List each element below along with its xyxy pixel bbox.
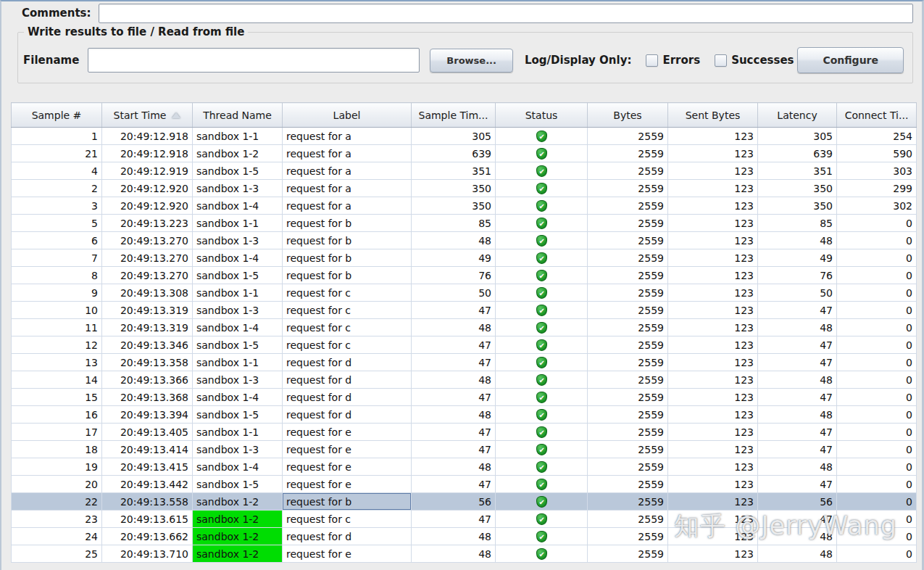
latency-cell: 48	[758, 319, 837, 336]
label-cell: request for b	[283, 493, 412, 511]
table-row[interactable]: 2020:49:13.442sandbox 1-5request for e47…	[12, 476, 917, 493]
status-cell	[496, 128, 588, 145]
browse-button[interactable]: Browse...	[430, 49, 513, 73]
table-row[interactable]: 2220:49:13.558sandbox 1-2request for b56…	[12, 493, 917, 511]
sample-time-cell: 305	[412, 128, 496, 145]
configure-button[interactable]: Configure	[797, 47, 904, 73]
table-row[interactable]: 2120:49:12.918sandbox 1-2request for a63…	[12, 145, 917, 162]
sample-number-cell: 14	[12, 371, 102, 389]
sample-time-cell: 76	[412, 267, 496, 284]
column-header-connect-time[interactable]: Connect Ti...	[837, 103, 917, 128]
status-cell	[496, 336, 588, 354]
table-row[interactable]: 1720:49:13.405sandbox 1-1request for e47…	[12, 424, 917, 441]
table-row[interactable]: 1320:49:13.358sandbox 1-1request for d47…	[12, 354, 917, 371]
table-row[interactable]: 1920:49:13.415sandbox 1-4request for e48…	[12, 458, 917, 476]
bytes-cell: 2559	[588, 319, 668, 336]
latency-cell: 48	[758, 545, 837, 563]
status-cell	[496, 511, 588, 528]
results-table-header: Sample # Start Time Thread Name Label Sa…	[12, 103, 917, 128]
sample-time-cell: 351	[412, 162, 496, 180]
bytes-cell: 2559	[588, 406, 668, 424]
start-time-cell: 20:49:12.919	[102, 162, 193, 180]
column-header-label[interactable]: Label	[283, 103, 412, 128]
table-row[interactable]: 1520:49:13.368sandbox 1-4request for d47…	[12, 389, 917, 406]
table-row[interactable]: 320:49:12.920sandbox 1-4request for a350…	[12, 197, 917, 215]
sample-time-cell: 48	[412, 319, 496, 336]
sent-bytes-cell: 123	[668, 493, 758, 511]
table-row[interactable]: 120:49:12.918sandbox 1-1request for a305…	[12, 128, 917, 145]
status-cell	[496, 389, 588, 406]
success-icon	[536, 513, 547, 525]
table-row[interactable]: 2320:49:13.615sandbox 1-2request for c47…	[12, 511, 917, 528]
sample-number-cell: 21	[12, 145, 102, 162]
errors-checkbox[interactable]	[646, 54, 658, 67]
filename-input[interactable]	[88, 48, 420, 73]
table-row[interactable]: 920:49:13.308sandbox 1-1request for c502…	[12, 284, 917, 302]
column-header-thread-name[interactable]: Thread Name	[193, 103, 283, 128]
label-cell: request for d	[283, 354, 412, 371]
bytes-cell: 2559	[588, 389, 668, 406]
table-row[interactable]: 2520:49:13.710sandbox 1-2request for e48…	[12, 545, 917, 563]
latency-cell: 47	[758, 424, 837, 441]
status-cell	[496, 528, 588, 545]
success-icon	[536, 131, 547, 142]
table-row[interactable]: 1120:49:13.319sandbox 1-4request for c48…	[12, 319, 917, 336]
table-row[interactable]: 220:49:12.920sandbox 1-3request for a350…	[12, 180, 917, 197]
sample-number-cell: 13	[12, 354, 102, 371]
group-title: Write results to file / Read from file	[24, 25, 248, 38]
column-header-latency[interactable]: Latency	[758, 103, 837, 128]
comments-input[interactable]	[99, 4, 913, 23]
table-row[interactable]: 1620:49:13.394sandbox 1-5request for d48…	[12, 406, 917, 424]
table-row[interactable]: 1420:49:13.366sandbox 1-3request for d48…	[12, 371, 917, 389]
table-row[interactable]: 1220:49:13.346sandbox 1-5request for c47…	[12, 336, 917, 354]
status-cell	[496, 302, 588, 319]
connect-time-cell: 0	[837, 528, 917, 545]
success-icon	[536, 374, 547, 386]
latency-cell: 47	[758, 302, 837, 319]
table-row[interactable]: 620:49:13.270sandbox 1-3request for b482…	[12, 232, 917, 249]
column-header-start-time[interactable]: Start Time	[102, 103, 193, 128]
label-cell: request for b	[283, 267, 412, 284]
column-header-sent-bytes[interactable]: Sent Bytes	[668, 103, 758, 128]
sample-time-cell: 47	[412, 354, 496, 371]
connect-time-cell: 0	[837, 215, 917, 232]
column-header-status[interactable]: Status	[496, 103, 588, 128]
start-time-cell: 20:49:13.394	[102, 406, 193, 424]
column-header-sample-number[interactable]: Sample #	[12, 103, 102, 128]
latency-cell: 350	[758, 197, 837, 215]
table-row[interactable]: 520:49:13.223sandbox 1-1request for b852…	[12, 215, 917, 232]
latency-cell: 47	[758, 336, 837, 354]
column-header-bytes[interactable]: Bytes	[588, 103, 668, 128]
successes-checkbox[interactable]	[715, 54, 727, 67]
success-icon	[536, 218, 547, 229]
status-cell	[496, 406, 588, 424]
connect-time-cell: 0	[837, 336, 917, 354]
status-cell	[496, 197, 588, 215]
sample-number-cell: 10	[12, 302, 102, 319]
sent-bytes-cell: 123	[668, 424, 758, 441]
label-cell: request for c	[283, 284, 412, 302]
table-row[interactable]: 1820:49:13.414sandbox 1-3request for e47…	[12, 441, 917, 458]
sent-bytes-cell: 123	[668, 267, 758, 284]
table-row[interactable]: 720:49:13.270sandbox 1-4request for b492…	[12, 249, 917, 267]
table-row[interactable]: 820:49:13.270sandbox 1-5request for b762…	[12, 267, 917, 284]
table-row[interactable]: 2420:49:13.662sandbox 1-2request for d48…	[12, 528, 917, 545]
connect-time-cell: 0	[837, 232, 917, 249]
sample-number-cell: 3	[12, 197, 102, 215]
sent-bytes-cell: 123	[668, 528, 758, 545]
column-header-sample-time[interactable]: Sample Tim...	[412, 103, 496, 128]
label-cell: request for e	[283, 424, 412, 441]
thread-name-cell: sandbox 1-1	[193, 128, 283, 145]
thread-name-cell: sandbox 1-3	[193, 232, 283, 249]
write-results-group: Write results to file / Read from file F…	[17, 32, 913, 83]
status-cell	[496, 441, 588, 458]
table-row[interactable]: 420:49:12.919sandbox 1-5request for a351…	[12, 162, 917, 180]
sent-bytes-cell: 123	[668, 545, 758, 563]
sent-bytes-cell: 123	[668, 215, 758, 232]
sent-bytes-cell: 123	[668, 319, 758, 336]
latency-cell: 639	[758, 145, 837, 162]
latency-cell: 48	[758, 371, 837, 389]
table-row[interactable]: 1020:49:13.319sandbox 1-3request for c47…	[12, 302, 917, 319]
thread-name-cell: sandbox 1-3	[193, 180, 283, 197]
sent-bytes-cell: 123	[668, 511, 758, 528]
